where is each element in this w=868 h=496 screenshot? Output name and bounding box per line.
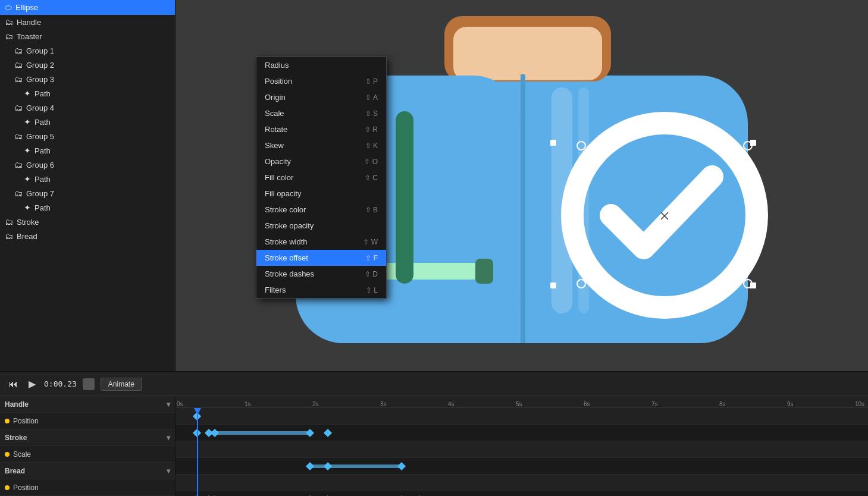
- menu-item-label: Rotate: [265, 125, 287, 134]
- context-menu-item-rotate[interactable]: Rotate ⇧ R: [256, 121, 386, 137]
- menu-item-label: Filters: [265, 285, 286, 294]
- layer-item-ellipse[interactable]: ⬭ Ellipse: [0, 0, 175, 15]
- timeline-body: Handle▾PositionStroke▾ScaleBread▾Positio…: [0, 396, 868, 496]
- svg-rect-2: [453, 27, 602, 80]
- tl-track-bread-pos[interactable]: [176, 491, 868, 496]
- ruler-tick-10s: 10s: [854, 396, 864, 407]
- timeline-icon: [83, 378, 95, 390]
- layer-type-icon: 🗂: [14, 131, 23, 141]
- layer-type-icon: ⬭: [5, 2, 12, 12]
- keyframe-marker[interactable]: [306, 429, 314, 437]
- tl-animation-bar: [209, 431, 310, 435]
- group-collapse-arrow[interactable]: ▾: [167, 467, 170, 475]
- keyframe-marker[interactable]: [324, 429, 332, 437]
- tl-row-label: Position: [13, 484, 39, 492]
- layer-item-group5[interactable]: 🗂 Group 5: [0, 129, 175, 143]
- group-collapse-arrow[interactable]: ▾: [167, 400, 170, 409]
- timeline-labels: Handle▾PositionStroke▾ScaleBread▾Positio…: [0, 396, 176, 496]
- keyframe-dot: [5, 452, 10, 457]
- tl-label-bread-pos[interactable]: Position: [0, 479, 175, 496]
- tl-label-handle-group[interactable]: Handle▾: [0, 396, 175, 413]
- layer-item-path-g7[interactable]: ✦ Path: [0, 200, 175, 215]
- tl-label-stroke-group[interactable]: Stroke▾: [0, 429, 175, 446]
- context-menu-item-stroke-offset[interactable]: Stroke offset ⇧ F: [256, 250, 386, 266]
- menu-item-label: Position: [265, 77, 292, 86]
- tl-track-stroke-group[interactable]: [176, 441, 868, 458]
- keyframe-marker[interactable]: [324, 462, 332, 470]
- layer-label: Group 4: [26, 103, 170, 112]
- layer-label: Path: [35, 175, 170, 184]
- layer-item-path-g3[interactable]: ✦ Path: [0, 86, 175, 101]
- menu-item-label: Origin: [265, 93, 286, 102]
- ruler-label: 4s: [448, 401, 455, 407]
- menu-item-shortcut: ⇧ K: [365, 142, 378, 150]
- group-collapse-arrow[interactable]: ▾: [167, 434, 170, 442]
- svg-rect-18: [750, 140, 756, 146]
- context-menu-item-scale[interactable]: Scale ⇧ S: [256, 105, 386, 121]
- keyframe-dot: [5, 485, 10, 490]
- layer-item-path-g6[interactable]: ✦ Path: [0, 172, 175, 186]
- layer-item-handle[interactable]: 🗂 Handle: [0, 15, 175, 29]
- context-menu-item-opacity[interactable]: Opacity ⇧ O: [256, 153, 386, 169]
- layer-item-bread[interactable]: 🗂 Bread: [0, 229, 175, 243]
- context-menu-item-stroke-dashes[interactable]: Stroke dashes ⇧ D: [256, 266, 386, 282]
- ruler-label: 5s: [516, 401, 522, 407]
- tl-label-stroke-scale[interactable]: Scale: [0, 446, 175, 463]
- tl-label-handle-pos[interactable]: Position: [0, 413, 175, 429]
- context-menu-item-fill-color[interactable]: Fill color ⇧ C: [256, 169, 386, 186]
- tl-track-handle-group[interactable]: [176, 408, 868, 425]
- layer-item-group7[interactable]: 🗂 Group 7: [0, 186, 175, 200]
- tl-label-bread-group[interactable]: Bread▾: [0, 463, 175, 479]
- layer-item-group1[interactable]: 🗂 Group 1: [0, 43, 175, 58]
- layer-item-group3[interactable]: 🗂 Group 3: [0, 72, 175, 86]
- layer-label: Path: [35, 146, 170, 155]
- context-menu-item-origin[interactable]: Origin ⇧ A: [256, 89, 386, 105]
- ruler-tick-9s: 9s: [786, 396, 794, 407]
- context-menu-item-stroke-width[interactable]: Stroke width ⇧ W: [256, 234, 386, 250]
- skip-start-button[interactable]: ⏮: [6, 378, 20, 391]
- ruler-label: 10s: [855, 401, 864, 407]
- layer-type-icon: ✦: [24, 89, 31, 98]
- tl-track-bread-group[interactable]: [176, 475, 868, 491]
- tl-row-label: Stroke: [5, 434, 27, 442]
- keyframe-marker[interactable]: [397, 462, 406, 470]
- layer-item-group4[interactable]: 🗂 Group 4: [0, 101, 175, 115]
- tl-row-label: Handle: [5, 400, 29, 409]
- layer-item-path-g5[interactable]: ✦ Path: [0, 143, 175, 158]
- timeline-tracks[interactable]: 0s1s2s3s4s5s6s7s8s9s10s: [176, 396, 868, 496]
- keyframe-marker[interactable]: [306, 462, 314, 470]
- play-button[interactable]: ▶: [26, 377, 38, 391]
- tl-track-stroke-scale[interactable]: [176, 458, 868, 475]
- menu-item-label: Stroke width: [265, 237, 308, 246]
- layer-item-stroke[interactable]: 🗂 Stroke: [0, 215, 175, 229]
- layer-item-path-g4[interactable]: ✦ Path: [0, 115, 175, 129]
- layer-item-toaster[interactable]: 🗂 Toaster: [0, 29, 175, 43]
- layer-type-icon: 🗂: [14, 189, 23, 198]
- context-menu-item-radius[interactable]: Radius: [256, 57, 386, 73]
- tl-track-handle-pos[interactable]: [176, 425, 868, 441]
- tl-row-label: Scale: [13, 450, 31, 459]
- layer-item-group2[interactable]: 🗂 Group 2: [0, 58, 175, 72]
- timeline-playhead[interactable]: [197, 408, 198, 496]
- context-menu-item-stroke-opacity[interactable]: Stroke opacity: [256, 218, 386, 234]
- menu-item-label: Stroke color: [265, 205, 306, 214]
- context-menu-item-filters[interactable]: Filters ⇧ L: [256, 282, 386, 298]
- layer-type-icon: 🗂: [5, 17, 13, 27]
- layer-label: Handle: [17, 18, 170, 27]
- menu-item-shortcut: ⇧ W: [363, 238, 378, 246]
- layer-type-icon: ✦: [24, 203, 31, 212]
- context-menu-item-skew[interactable]: Skew ⇧ K: [256, 137, 386, 153]
- animate-button[interactable]: Animate: [101, 378, 142, 391]
- timeline: ⏮ ▶ 0:00.23 Animate Handle▾PositionStrok…: [0, 371, 868, 496]
- layer-item-group6[interactable]: 🗂 Group 6: [0, 158, 175, 172]
- layer-label: Toaster: [17, 32, 170, 41]
- menu-item-label: Fill color: [265, 173, 293, 182]
- menu-item-shortcut: ⇧ S: [365, 109, 378, 118]
- context-menu-item-stroke-color[interactable]: Stroke color ⇧ B: [256, 202, 386, 218]
- context-menu-item-position[interactable]: Position ⇧ P: [256, 73, 386, 89]
- keyframe-marker[interactable]: [211, 429, 219, 437]
- tl-row-label: Position: [13, 417, 39, 425]
- ruler-tick-0s: 0s: [176, 396, 183, 407]
- context-menu-item-fill-opacity[interactable]: Fill opacity: [256, 186, 386, 202]
- ruler-tick-2s: 2s: [311, 396, 319, 407]
